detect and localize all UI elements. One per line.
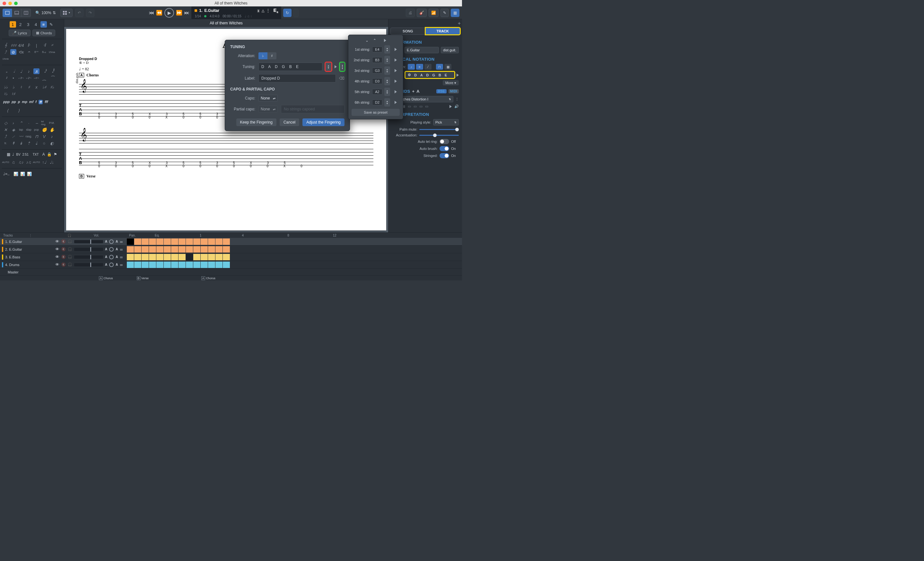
tie-icon[interactable]: ⁔ xyxy=(41,75,47,81)
track-block[interactable] xyxy=(164,238,171,245)
track-block[interactable] xyxy=(149,238,156,245)
dyn-f[interactable]: f xyxy=(35,100,37,104)
stringed-toggle[interactable] xyxy=(440,153,449,158)
tuplet-3-icon[interactable]: ⌐3¬ xyxy=(18,75,24,81)
multitrack-button[interactable]: ▾ xyxy=(60,9,72,17)
track-block[interactable] xyxy=(215,246,222,253)
auto-brush-toggle[interactable] xyxy=(440,146,449,151)
view-vertical-button[interactable] xyxy=(21,9,31,17)
notation-standard-button[interactable]: ♪ xyxy=(408,64,415,70)
track-block[interactable] xyxy=(208,246,215,253)
effect-5-icon[interactable]: ▭ xyxy=(414,104,417,108)
string-3-stepper[interactable]: ▲▼ xyxy=(384,66,390,75)
go-end-icon[interactable]: ⏭ xyxy=(184,10,189,16)
effect-7-icon[interactable]: ▭ xyxy=(425,104,428,108)
adjust-fingering-button[interactable]: Adjust the Fingering xyxy=(302,118,345,126)
rhythm-button[interactable]: ▦ xyxy=(444,64,452,70)
tuning-stepper[interactable]: ▲▼ xyxy=(326,63,332,71)
mute-icon[interactable]: 🔇 xyxy=(62,263,66,267)
tenuto-icon[interactable]: ‒ xyxy=(33,120,39,126)
string-5-value[interactable]: A2 xyxy=(372,89,382,95)
track-block[interactable] xyxy=(127,246,134,253)
track-block[interactable] xyxy=(127,262,134,268)
string-2-play-icon[interactable] xyxy=(394,58,397,61)
arpeggio-down-icon[interactable]: ↡ xyxy=(18,140,24,146)
brush-up-icon[interactable]: ⇡ xyxy=(26,140,32,146)
pan-automation-icon[interactable]: A xyxy=(116,240,118,243)
effect-6-icon[interactable]: ▭ xyxy=(419,104,423,108)
print-button[interactable]: 🖨 xyxy=(406,9,415,17)
track-row-2[interactable]: 2. E.Guitar👁🔇🎧AA⚌ xyxy=(0,245,462,253)
track-block[interactable] xyxy=(149,254,156,260)
flat-icon[interactable]: ♭ xyxy=(10,84,16,90)
sound-more-icon[interactable]: ⋮ xyxy=(455,97,459,102)
tracks-more-icon[interactable]: ⋮ xyxy=(29,233,32,237)
chord-diagram-icon[interactable]: ▦ xyxy=(7,152,10,157)
track-short-field[interactable]: dist.guit. xyxy=(441,47,459,53)
string-3-play-icon[interactable] xyxy=(394,69,397,72)
zoom-control[interactable]: 🔍 100% ⇅ xyxy=(33,10,58,15)
dyn-pp[interactable]: pp xyxy=(12,100,16,104)
midi-badge[interactable]: MIDI xyxy=(448,89,459,93)
fermata-icon[interactable]: 𝄐 xyxy=(26,49,32,55)
metronome-icon[interactable]: △ xyxy=(262,9,264,13)
track-block[interactable] xyxy=(164,254,171,260)
track-block[interactable] xyxy=(193,254,200,260)
rewind-icon[interactable]: ⏪ xyxy=(156,10,162,16)
minimize-window-icon[interactable] xyxy=(8,1,12,5)
stem-up-icon[interactable]: ↑♩ xyxy=(41,159,47,165)
track-block[interactable] xyxy=(186,254,193,260)
tuning-presets-button[interactable] xyxy=(340,63,345,71)
pan-automation-icon[interactable]: A xyxy=(116,255,118,259)
eq-icon[interactable]: ⚌ xyxy=(120,255,123,259)
sixteenth-note-icon[interactable]: ♬ xyxy=(33,68,39,74)
track-name-field[interactable]: E.Guitar xyxy=(405,47,439,53)
rse-badge[interactable]: RSE xyxy=(436,89,446,93)
palmmute-icon[interactable]: P.M. xyxy=(49,120,55,126)
volume-slider[interactable] xyxy=(74,240,103,243)
natural-icon[interactable]: ♮ xyxy=(18,84,24,90)
track-block[interactable] xyxy=(193,246,200,253)
more-icon[interactable]: ⋮ xyxy=(266,8,270,13)
string-5-stepper[interactable]: ▲▼ xyxy=(384,88,390,96)
doublesharp-icon[interactable]: x xyxy=(33,84,39,90)
string-4-play-icon[interactable] xyxy=(394,79,397,83)
tremolo-icon[interactable]: rasg. xyxy=(26,133,32,139)
grace-icon[interactable]: ♪ xyxy=(49,133,55,139)
upstroke-icon[interactable]: ⊓ xyxy=(33,133,39,139)
crescendo-icon[interactable]: ⟨ xyxy=(3,108,12,113)
partial-capo-select[interactable]: None▴▾ xyxy=(258,106,278,113)
track-row-1[interactable]: 1. E.Guitar👁🔇🎧AA⚌ xyxy=(0,238,462,245)
beam1-icon[interactable]: ♫ xyxy=(10,159,16,165)
track-block[interactable] xyxy=(171,262,178,268)
track-block[interactable] xyxy=(193,262,200,268)
thirtysecond-note-icon[interactable]: 𝅘𝅥𝅰 xyxy=(41,68,47,74)
strings-collapse-icon[interactable]: ⌄ xyxy=(365,38,369,43)
document-tab[interactable]: All of them Witches xyxy=(64,19,388,27)
fretboard-button[interactable]: 🎸 xyxy=(417,9,427,17)
track-block[interactable] xyxy=(171,238,178,245)
capo-select[interactable]: None▴▾ xyxy=(258,95,278,102)
pan-knob[interactable] xyxy=(109,239,114,244)
volume-automation-icon[interactable]: 📊 xyxy=(14,172,18,176)
track-row-4[interactable]: 4. Drums👁🔇🎧AA⚌ xyxy=(0,261,462,269)
string-3-value[interactable]: G3 xyxy=(372,68,382,73)
loop-options-button[interactable] xyxy=(294,9,298,17)
tuner-button[interactable]: 📶 xyxy=(429,9,439,17)
brush-down-icon[interactable]: ⇣ xyxy=(33,140,39,146)
track-block[interactable] xyxy=(208,262,215,268)
beam3-icon[interactable]: ♪♫ xyxy=(26,159,32,165)
track-tab[interactable]: TRACK xyxy=(425,28,460,34)
redo-button[interactable]: ↷ xyxy=(86,9,94,17)
track-block[interactable] xyxy=(223,254,230,260)
pan-automation-icon[interactable]: A xyxy=(116,263,118,266)
countdown-icon[interactable]: ⧗ xyxy=(257,9,260,13)
ghost-note-icon[interactable]: ◇ xyxy=(3,120,9,126)
visibility-icon[interactable]: 👁 xyxy=(55,262,59,267)
octave-vb-icon[interactable]: 8ᵥᵦ xyxy=(41,49,47,55)
vol-automation-icon[interactable]: A xyxy=(105,247,107,251)
beam2-icon[interactable]: ♫♪ xyxy=(18,159,24,165)
playing-style-select[interactable]: Pick⇅ xyxy=(433,119,459,126)
accentuation-slider[interactable] xyxy=(419,135,459,136)
save-preset-button[interactable]: Save as preset xyxy=(351,109,400,116)
